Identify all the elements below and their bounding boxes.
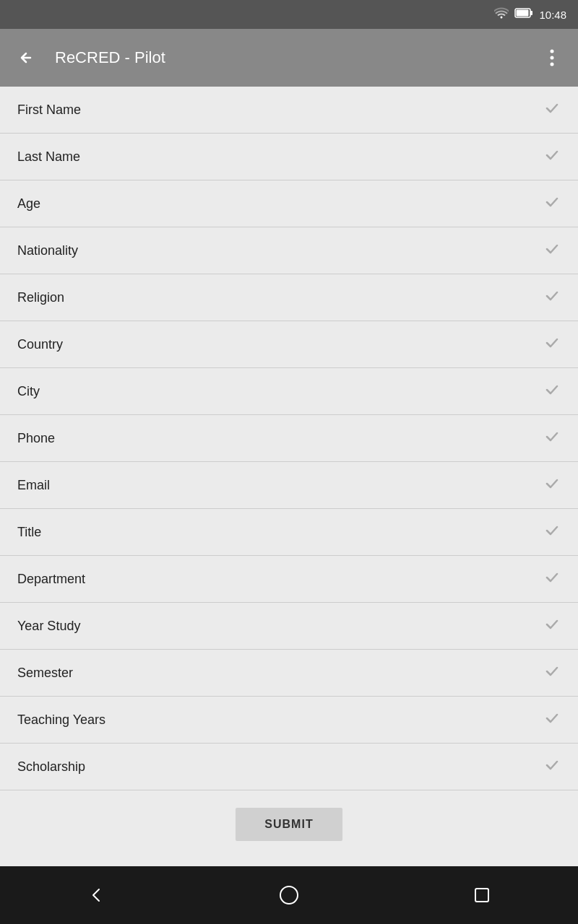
nav-home-button[interactable]	[267, 873, 311, 917]
form-item-label-semester: Semester	[17, 666, 73, 681]
check-icon-year-study	[543, 616, 561, 636]
svg-rect-7	[475, 889, 488, 902]
form-item-year-study[interactable]: Year Study	[0, 603, 578, 650]
form-item-label-phone: Phone	[17, 431, 55, 446]
form-item-label-department: Department	[17, 572, 85, 587]
battery-icon	[514, 7, 533, 22]
form-item-title[interactable]: Title	[0, 509, 578, 556]
form-list: First Name Last Name Age Nationality Rel…	[0, 87, 578, 790]
form-item-label-title: Title	[17, 525, 41, 540]
nav-recent-button[interactable]	[460, 873, 504, 917]
form-item-first-name[interactable]: First Name	[0, 87, 578, 134]
form-item-department[interactable]: Department	[0, 556, 578, 603]
form-item-label-teaching-years: Teaching Years	[17, 712, 105, 728]
check-icon-city	[543, 381, 561, 401]
svg-rect-2	[517, 10, 529, 17]
form-item-phone[interactable]: Phone	[0, 415, 578, 462]
form-item-nationality[interactable]: Nationality	[0, 227, 578, 274]
svg-rect-1	[530, 11, 532, 15]
check-icon-nationality	[543, 240, 561, 261]
nav-bar	[0, 866, 578, 924]
form-item-label-country: Country	[17, 337, 63, 352]
form-item-scholarship[interactable]: Scholarship	[0, 744, 578, 790]
form-item-label-nationality: Nationality	[17, 243, 78, 258]
app-bar: ReCRED - Pilot	[0, 29, 578, 87]
form-item-label-first-name: First Name	[17, 103, 81, 118]
wifi-icon	[494, 7, 509, 22]
check-icon-semester	[543, 663, 561, 683]
form-item-last-name[interactable]: Last Name	[0, 134, 578, 180]
form-item-label-religion: Religion	[17, 290, 64, 305]
svg-point-6	[280, 886, 298, 904]
form-item-label-age: Age	[17, 196, 40, 212]
submit-button[interactable]: SUBMIT	[236, 808, 342, 841]
form-item-religion[interactable]: Religion	[0, 274, 578, 321]
form-item-country[interactable]: Country	[0, 321, 578, 368]
check-icon-department	[543, 569, 561, 589]
check-icon-age	[543, 193, 561, 214]
overflow-menu-button[interactable]	[538, 43, 566, 72]
check-icon-phone	[543, 428, 561, 448]
app-title: ReCRED - Pilot	[55, 48, 538, 67]
check-icon-teaching-years	[543, 710, 561, 730]
check-icon-religion	[543, 287, 561, 308]
form-item-label-last-name: Last Name	[17, 149, 80, 165]
nav-back-button[interactable]	[74, 873, 118, 917]
svg-point-3	[551, 50, 554, 53]
svg-point-4	[551, 56, 554, 60]
check-icon-email	[543, 475, 561, 495]
check-icon-country	[543, 334, 561, 354]
form-item-label-city: City	[17, 384, 40, 399]
check-icon-scholarship	[543, 757, 561, 777]
status-bar-right: 10:48	[494, 7, 566, 22]
back-button[interactable]	[12, 43, 40, 72]
form-item-age[interactable]: Age	[0, 180, 578, 227]
form-item-label-year-study: Year Study	[17, 619, 80, 634]
submit-area: SUBMIT	[0, 790, 578, 858]
form-item-semester[interactable]: Semester	[0, 650, 578, 697]
form-item-label-scholarship: Scholarship	[17, 759, 85, 775]
main-content: First Name Last Name Age Nationality Rel…	[0, 87, 578, 866]
form-item-teaching-years[interactable]: Teaching Years	[0, 697, 578, 744]
check-icon-first-name	[543, 100, 561, 120]
check-icon-last-name	[543, 147, 561, 167]
form-item-email[interactable]: Email	[0, 462, 578, 509]
svg-point-5	[551, 63, 554, 66]
form-item-city[interactable]: City	[0, 368, 578, 415]
status-bar: 10:48	[0, 0, 578, 29]
status-time: 10:48	[539, 9, 566, 21]
check-icon-title	[543, 522, 561, 542]
form-item-label-email: Email	[17, 478, 50, 493]
